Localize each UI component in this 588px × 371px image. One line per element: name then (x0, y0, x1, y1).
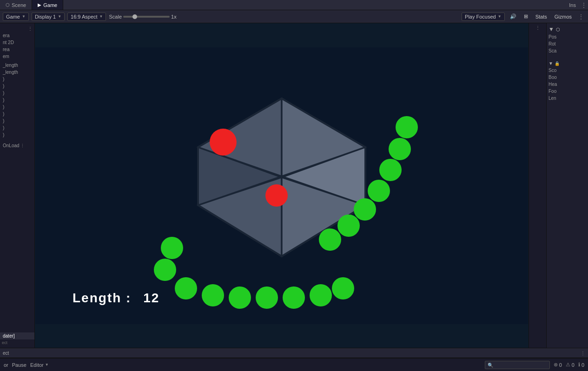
length-display: Length : 12 (73, 291, 159, 306)
bottom-toolbar: ect ⋮ (0, 348, 588, 358)
pause-button[interactable]: Pause (12, 362, 26, 368)
sidebar-item-dater[interactable]: dater] (0, 332, 34, 339)
game-toolbar: Game ▼ Display 1 ▼ 16:9 Aspect ▼ Scale 1… (0, 10, 588, 23)
scale-label: Scale (109, 14, 122, 20)
scale-slider-thumb (132, 14, 137, 19)
mute-button[interactable]: 🔊 (508, 13, 519, 20)
inspector-hea: Hea (548, 81, 586, 88)
snake-segment-14 (332, 277, 354, 299)
sidebar-onload-options[interactable]: ⋮ (20, 143, 25, 148)
scene-tab-label: Scene (12, 2, 26, 8)
inspector-header: ▼ ⬡ (548, 25, 586, 33)
inspector-len: Len (548, 95, 586, 102)
sidebar-options-icon[interactable]: ⋮ (28, 26, 33, 31)
tab-game[interactable]: ▶ Game (32, 0, 63, 10)
sidebar-item-rea[interactable]: rea (0, 46, 34, 53)
inspector-rot: Rot (548, 40, 586, 47)
display-dropdown[interactable]: Display 1 ▼ (32, 13, 65, 21)
inspector-section2: ▼ 🔒 (548, 60, 586, 67)
badge-errors-icon: ⊗ (554, 362, 558, 368)
hea-label: Hea (548, 82, 557, 87)
inspector-foo: Foo (548, 88, 586, 95)
aspect-chevron: ▼ (99, 14, 103, 19)
rot-label: Rot (548, 41, 556, 46)
game-dropdown-label: Game (6, 14, 20, 20)
insp-tab[interactable]: Ins (565, 2, 580, 8)
sidebar-item-p1[interactable]: ) (0, 76, 34, 83)
inspector-sco: Sco (548, 67, 586, 74)
play-focused-label: Play Focused (465, 14, 496, 20)
scene-icon: ⬡ (6, 2, 10, 7)
aspect-dropdown[interactable]: 16:9 Aspect ▼ (67, 13, 106, 21)
food-upper (210, 129, 237, 156)
sidebar-item-em[interactable]: em (0, 53, 34, 60)
search-input[interactable] (485, 361, 550, 369)
grid-button[interactable]: ⊞ (522, 13, 530, 20)
bottom-or-label: or (4, 362, 8, 368)
sidebar-onload-label: OnLoad (3, 143, 20, 148)
sidebar-item-p7[interactable]: ) (0, 117, 34, 124)
food-on-cube (265, 184, 288, 207)
top-tab-bar: ⬡ Scene ▶ Game Ins ⋮ (0, 0, 588, 10)
snake-segment-13 (310, 284, 332, 306)
sidebar-item-era[interactable]: era (0, 32, 34, 39)
gizmos-button[interactable]: Gizmos (552, 13, 574, 20)
sidebar-item-p5[interactable]: ) (0, 104, 34, 111)
sidebar-item-p4[interactable]: ) (0, 97, 34, 104)
sidebar-item-p8[interactable]: ) (0, 124, 34, 131)
game-dropdown-chevron: ▼ (22, 14, 26, 19)
snake-segment-6 (389, 138, 411, 160)
section2-lock-icon: 🔒 (555, 61, 560, 66)
sidebar-item-p9[interactable]: ) (0, 131, 34, 138)
panel-options-icon[interactable]: ⋮ (580, 0, 588, 10)
display-label: Display 1 (35, 14, 56, 20)
snake-segment-15 (154, 259, 176, 281)
sca-label: Sca (548, 48, 556, 53)
play-focused-chevron: ▼ (498, 14, 502, 19)
display-chevron: ▼ (58, 14, 61, 19)
sidebar-item-p2[interactable]: ) (0, 83, 34, 90)
snake-segment-9 (202, 284, 224, 306)
toolbar-options-icon[interactable]: ⋮ (577, 13, 585, 20)
left-sidebar: ⋮ era nt 2D rea em _length _length ) ) )… (0, 23, 35, 348)
snake-segment-10 (229, 286, 251, 309)
sidebar-item-nt2d[interactable]: nt 2D (0, 39, 34, 46)
badge-info-icon: ℹ (578, 362, 580, 368)
game-dropdown[interactable]: Game ▼ (3, 13, 29, 21)
sidebar-item-p3[interactable]: ) (0, 90, 34, 97)
snake-segment-5 (379, 159, 402, 181)
scale-slider[interactable] (123, 16, 170, 18)
sco-label: Sco (548, 68, 556, 73)
sidebar-item-length1[interactable]: _length (0, 62, 34, 69)
stats-button[interactable]: Stats (533, 13, 549, 20)
pos-label: Pos (548, 34, 556, 39)
inspector-boo: Boo (548, 74, 586, 81)
badge-info-count: 0 (581, 362, 584, 368)
inspector-panel: ▼ ⬡ Pos Rot Sca ▼ 🔒 Sco Boo Hea Foo Le (546, 23, 588, 348)
sidebar-item-ect[interactable]: ect (0, 339, 34, 346)
badge-errors: ⊗ 0 (554, 362, 562, 368)
bottom-toolbar-options[interactable]: ⋮ (581, 351, 585, 356)
inspector-expand-icon[interactable]: ▼ (548, 26, 554, 33)
editor-dropdown[interactable]: Editor ▼ (30, 362, 49, 368)
snake-segment-11 (256, 286, 278, 309)
sidebar-item-p6[interactable]: ) (0, 111, 34, 117)
play-focused-dropdown[interactable]: Play Focused ▼ (462, 13, 505, 21)
sidebar-item-onload[interactable]: OnLoad ⋮ (0, 142, 34, 149)
section2-expand-icon[interactable]: ▼ (548, 61, 553, 66)
right-sidebar-options[interactable]: ⋮ (534, 25, 542, 30)
sidebar-item-length2[interactable]: _length (0, 69, 34, 76)
badge-errors-count: 0 (559, 362, 562, 368)
snake-segment-2 (337, 215, 360, 237)
editor-label: Editor (30, 362, 44, 368)
inspector-cube-icon: ⬡ (556, 27, 560, 32)
scale-value: 1x (171, 14, 177, 20)
tab-scene[interactable]: ⬡ Scene (0, 0, 32, 10)
scale-control: Scale 1x (109, 14, 176, 20)
aspect-label: 16:9 Aspect (71, 14, 98, 20)
inspector-pos: Pos (548, 33, 586, 40)
length-value: 12 (143, 291, 159, 305)
snake-segment-12 (283, 286, 305, 309)
bottom-ect-label[interactable]: ect (3, 351, 9, 356)
bottom-bar: or Pause Editor ▼ 🔍 ⊗ 0 ⚠ 0 ℹ 0 (0, 358, 588, 371)
